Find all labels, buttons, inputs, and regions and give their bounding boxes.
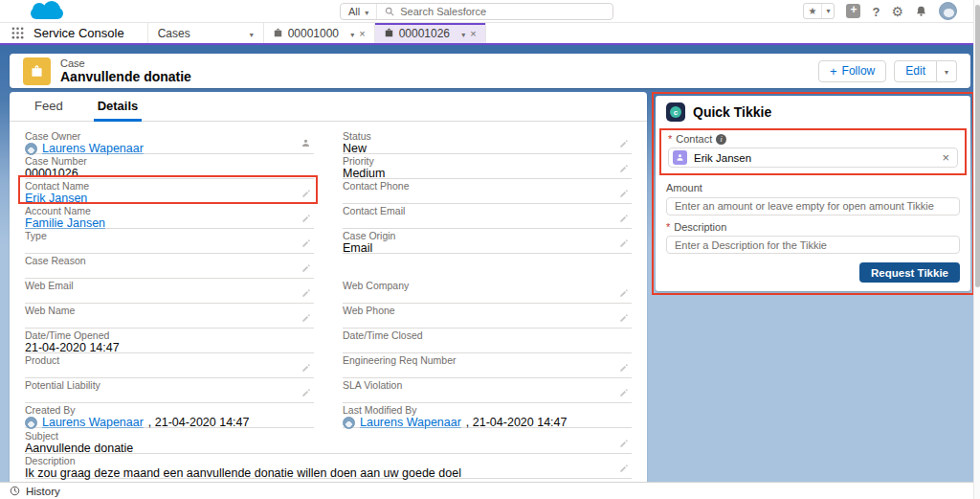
field-value: Laurens Wapenaar Laurens Wapenaar , 21-0… xyxy=(343,417,632,429)
search-input[interactable] xyxy=(400,4,612,19)
tab-feed[interactable]: Feed xyxy=(34,99,63,121)
chevron-down-icon[interactable] xyxy=(350,27,354,40)
workspace-tab-00001026[interactable]: 00001026 xyxy=(375,23,486,43)
field-label: Status xyxy=(343,130,632,142)
edit-pencil-icon[interactable] xyxy=(619,464,629,473)
edit-pencil-icon[interactable] xyxy=(301,263,311,273)
app-name: Service Console xyxy=(33,26,124,40)
field-label: Web Email xyxy=(25,280,314,291)
field-row: Type xyxy=(25,229,314,254)
field-label: Web Phone xyxy=(343,305,632,316)
help-icon[interactable] xyxy=(872,3,880,20)
briefcase-icon xyxy=(273,28,283,38)
more-actions-button[interactable] xyxy=(937,60,957,82)
field-row: Case Origin Email Email xyxy=(343,229,632,254)
description-label-text: Description xyxy=(674,221,726,233)
edit-pencil-icon[interactable] xyxy=(301,388,311,397)
edit-button[interactable]: Edit xyxy=(894,60,937,82)
contact-label-text: Contact xyxy=(676,133,712,145)
field-row: Contact Name Erik Jansen Erik Jansen xyxy=(25,179,314,204)
edit-pencil-icon[interactable] xyxy=(619,164,629,173)
scrollbar-thumb[interactable] xyxy=(975,5,980,287)
required-asterisk xyxy=(668,133,672,145)
edit-button-group: Edit xyxy=(894,60,957,82)
edit-pencil-icon[interactable] xyxy=(301,238,311,248)
follow-button-label: Follow xyxy=(842,64,876,78)
field-row: Account Name Familie Jansen Familie Jans… xyxy=(25,204,314,229)
global-search[interactable]: All xyxy=(340,3,613,20)
field-value-link[interactable]: Laurens Wapenaar xyxy=(42,417,144,429)
edit-pencil-icon[interactable] xyxy=(619,139,629,148)
field-label: Web Company xyxy=(343,280,632,291)
case-highlights-card: Case Aanvullende donatie Follow Edit xyxy=(10,54,970,88)
search-scope-dropdown[interactable]: All xyxy=(341,4,377,19)
field-row: Contact Phone xyxy=(343,179,632,204)
user-avatar-icon xyxy=(343,417,355,429)
field-value-suffix: , 21-04-2020 14:47 xyxy=(466,417,568,429)
edit-pencil-icon[interactable] xyxy=(301,363,311,373)
description-input[interactable] xyxy=(666,236,960,254)
amount-input[interactable] xyxy=(666,197,960,215)
selected-contact-name: Erik Jansen xyxy=(694,152,935,164)
field-label: Last Modified By xyxy=(343,404,632,416)
chevron-down-icon xyxy=(365,6,368,17)
change-owner-icon[interactable] xyxy=(301,138,311,148)
edit-pencil-icon[interactable] xyxy=(301,288,311,298)
field-row: Web Company xyxy=(343,279,632,304)
notifications-bell-icon[interactable] xyxy=(915,5,927,17)
edit-pencil-icon[interactable] xyxy=(301,189,311,198)
chevron-down-icon[interactable] xyxy=(822,7,834,15)
field-label: Date/Time Closed xyxy=(343,329,632,341)
edit-pencil-icon[interactable] xyxy=(301,313,311,323)
quick-tikkie-header: Quick Tikkie xyxy=(666,102,960,122)
vertical-scrollbar[interactable] xyxy=(973,0,980,499)
close-tab-icon[interactable] xyxy=(359,27,365,40)
history-utility-item[interactable]: History xyxy=(26,486,60,497)
annotation-box-contact: Contact Erik Jansen xyxy=(659,128,967,175)
info-icon[interactable] xyxy=(716,134,726,145)
field-value-text: Ik zou graag deze maand een aanvullende … xyxy=(25,467,461,480)
field-label: SLA Violation xyxy=(343,379,632,391)
case-detail-card: Feed Details Case Owner Laurens Wapenaar… xyxy=(10,92,647,482)
request-tikkie-button[interactable]: Request Tikkie xyxy=(859,262,960,283)
header-actions xyxy=(803,2,958,20)
setup-gear-icon[interactable] xyxy=(891,3,903,20)
follow-button[interactable]: Follow xyxy=(818,60,886,82)
contact-lookup-field[interactable]: Erik Jansen xyxy=(668,147,958,168)
tab-details[interactable]: Details xyxy=(98,99,139,121)
close-tab-icon[interactable] xyxy=(470,27,476,40)
star-icon[interactable] xyxy=(804,4,823,18)
record-action-buttons: Follow Edit xyxy=(818,60,957,82)
app-launcher-icon[interactable] xyxy=(11,27,24,39)
favorites-button[interactable] xyxy=(803,3,835,19)
field-label: Case Reason xyxy=(25,255,314,266)
field-label: Contact Name xyxy=(25,180,314,192)
quick-tikkie-panel: Quick Tikkie Contact Erik Jansen xyxy=(656,96,970,291)
workspace-tab-00001000[interactable]: 00001000 xyxy=(264,23,375,43)
field-label: Web Name xyxy=(25,305,314,316)
chevron-down-icon[interactable] xyxy=(461,27,465,40)
global-create-icon[interactable] xyxy=(846,4,860,18)
field-label: Created By xyxy=(25,404,314,416)
tab-label: 00001026 xyxy=(399,27,457,40)
edit-pencil-icon[interactable] xyxy=(619,363,629,373)
edit-pencil-icon[interactable] xyxy=(619,388,629,397)
edit-pencil-icon[interactable] xyxy=(301,214,311,223)
nav-dropdown-cases[interactable]: Cases xyxy=(147,23,264,43)
edit-pencil-icon[interactable] xyxy=(619,238,629,248)
edit-pencil-icon[interactable] xyxy=(619,439,629,448)
field-value-link[interactable]: Laurens Wapenaar xyxy=(360,417,461,429)
field-row: Engineering Req Number xyxy=(343,353,632,378)
tab-label: 00001000 xyxy=(288,27,346,40)
edit-pencil-icon[interactable] xyxy=(619,214,629,223)
field-label: Description xyxy=(25,455,632,466)
edit-pencil-icon[interactable] xyxy=(619,313,629,323)
field-label: Case Number xyxy=(25,155,314,167)
remove-contact-icon[interactable] xyxy=(942,152,949,163)
field-label: Case Origin xyxy=(343,230,632,241)
edit-pencil-icon[interactable] xyxy=(619,189,629,198)
edit-pencil-icon[interactable] xyxy=(619,288,629,298)
user-profile-avatar[interactable] xyxy=(939,2,957,20)
contact-field-label: Contact xyxy=(668,133,958,145)
search-icon xyxy=(385,7,394,16)
